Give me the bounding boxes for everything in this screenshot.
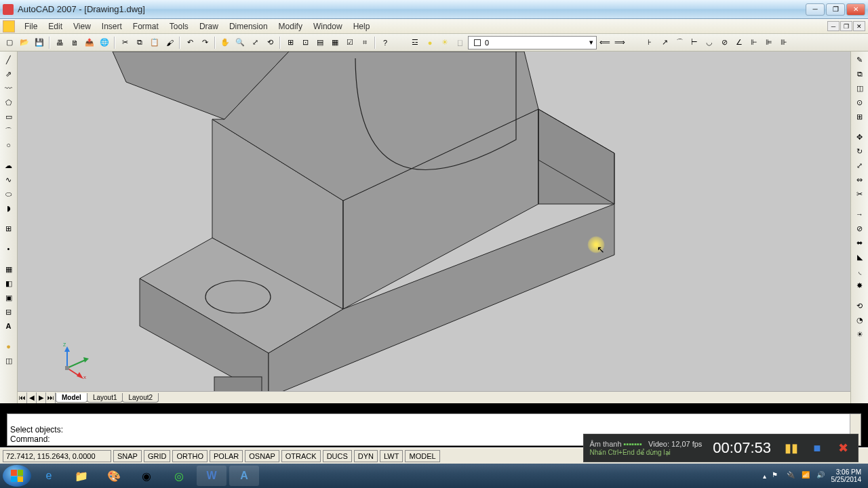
dim-aligned-icon[interactable]: ↗ [658, 36, 671, 49]
stretch-icon[interactable]: ⇔ [853, 173, 867, 186]
line-icon[interactable]: ╱ [2, 53, 16, 66]
taskbar-chrome-icon[interactable]: ◉ [132, 466, 161, 486]
menu-tools[interactable]: Tools [164, 20, 194, 33]
ducs-toggle[interactable]: DUCS [323, 450, 352, 462]
menu-view[interactable]: View [68, 20, 96, 33]
polar-toggle[interactable]: POLAR [210, 450, 243, 462]
copy-icon[interactable]: ⧉ [133, 36, 146, 49]
menu-edit[interactable]: Edit [43, 20, 68, 33]
taskbar-autocad-icon[interactable]: A [229, 466, 259, 486]
polyline-icon[interactable]: 〰 [2, 81, 16, 95]
menu-draw[interactable]: Draw [194, 20, 224, 33]
tray-network-icon[interactable]: 📶 [802, 471, 811, 481]
save-icon[interactable]: 💾 [33, 36, 46, 49]
solids-icon[interactable]: ◫ [2, 354, 16, 367]
array-icon[interactable]: ⊞ [853, 110, 867, 123]
point-icon[interactable]: • [2, 242, 16, 256]
dim-diameter-icon[interactable]: ⊘ [717, 36, 731, 49]
insert-block-icon[interactable]: ⊞ [2, 222, 16, 235]
osnap-toggle[interactable]: OSNAP [245, 450, 279, 462]
mdi-minimize-button[interactable]: ─ [827, 21, 840, 31]
menu-file[interactable]: File [19, 20, 43, 33]
spline-icon[interactable]: ∿ [2, 173, 16, 186]
markup-icon[interactable]: ☑ [343, 36, 357, 49]
app-menu-icon[interactable] [3, 20, 15, 33]
menu-window[interactable]: Window [308, 20, 348, 33]
dim-arc-icon[interactable]: ⌒ [673, 36, 686, 49]
recorder-close-button[interactable]: ✖ [833, 439, 852, 458]
mirror-icon[interactable]: ◫ [853, 81, 867, 95]
redo-icon[interactable]: ↷ [198, 36, 212, 49]
zoom-realtime-icon[interactable]: 🔍 [233, 36, 247, 49]
gradient-icon[interactable]: ◧ [2, 277, 16, 290]
mdi-close-button[interactable]: ✕ [853, 21, 865, 31]
undo-icon[interactable]: ↶ [183, 36, 197, 49]
tab-layout1[interactable]: Layout1 [87, 393, 123, 403]
layer-manager-icon[interactable]: ☲ [408, 36, 422, 49]
mdi-restore-button[interactable]: ❐ [840, 21, 852, 31]
tab-model[interactable]: Model [56, 393, 87, 403]
explode-icon[interactable]: ✸ [853, 279, 867, 292]
dim-ordinate-icon[interactable]: ⊢ [688, 36, 701, 49]
offset-icon[interactable]: ⊙ [853, 96, 867, 109]
region-icon[interactable]: ▣ [2, 291, 16, 304]
menu-help[interactable]: Help [348, 20, 376, 33]
menu-dimension[interactable]: Dimension [224, 20, 273, 33]
taskbar-coccoc-icon[interactable]: ◎ [164, 466, 194, 486]
drawing-canvas[interactable]: z x ↖ ⏮ ◀ ▶ ⏭ Model Layout1 Layout2 [18, 52, 850, 403]
open-icon[interactable]: 📂 [18, 36, 31, 49]
design-center-icon[interactable]: ⊡ [298, 36, 312, 49]
pan-icon[interactable]: ✋ [218, 36, 232, 49]
recorder-stop-button[interactable]: ■ [808, 439, 827, 458]
minimize-button[interactable]: ─ [806, 3, 825, 16]
rectangle-icon[interactable]: ▭ [2, 110, 16, 123]
extend-icon[interactable]: → [853, 207, 867, 221]
dim-baseline-icon[interactable]: ⊫ [762, 36, 776, 49]
move-icon[interactable]: ✥ [853, 130, 867, 144]
rotate-icon[interactable]: ↻ [853, 144, 867, 158]
dyn-toggle[interactable]: DYN [354, 450, 378, 462]
dim-radius-icon[interactable]: ◡ [703, 36, 716, 49]
quickcalc-icon[interactable]: ⌗ [358, 36, 372, 49]
tray-power-icon[interactable]: 🔌 [787, 471, 796, 481]
taskbar-paint-icon[interactable]: 🎨 [99, 466, 129, 486]
paste-icon[interactable]: 📋 [148, 36, 161, 49]
maximize-button[interactable]: ❐ [826, 3, 845, 16]
tool-palettes-icon[interactable]: ▤ [313, 36, 327, 49]
zoom-window-icon[interactable]: ⤢ [248, 36, 262, 49]
tab-prev-icon[interactable]: ◀ [27, 392, 37, 403]
new-icon[interactable]: ▢ [3, 36, 16, 49]
layer-on-icon[interactable]: ● [423, 36, 437, 49]
layer-previous-icon[interactable]: ⟸ [598, 36, 612, 49]
print-icon[interactable]: 🖶 [53, 36, 66, 49]
recorder-pause-button[interactable]: ▮▮ [782, 439, 801, 458]
construction-line-icon[interactable]: ⇗ [2, 67, 16, 81]
hatch-icon[interactable]: ▦ [2, 262, 16, 276]
layer-freeze-icon[interactable]: ☀ [438, 36, 452, 49]
chamfer-icon[interactable]: ◣ [853, 250, 867, 264]
model-toggle[interactable]: MODEL [405, 450, 439, 462]
dim-linear-icon[interactable]: ⊦ [643, 36, 656, 49]
taskbar-ie-icon[interactable]: e [34, 466, 64, 486]
circle-icon[interactable]: ○ [2, 138, 16, 152]
render-icon[interactable]: ☀ [853, 327, 867, 341]
ellipse-arc-icon[interactable]: ◗ [2, 201, 16, 215]
text-icon[interactable]: A [2, 319, 16, 333]
grid-toggle[interactable]: GRID [144, 450, 171, 462]
sheet-set-icon[interactable]: ▦ [328, 36, 342, 49]
surfaces-icon[interactable]: ● [2, 340, 16, 353]
erase-icon[interactable]: ✎ [853, 53, 867, 66]
taskbar-word-icon[interactable]: W [197, 466, 226, 486]
scale-icon[interactable]: ⤢ [853, 159, 867, 172]
start-button[interactable] [3, 465, 31, 487]
copy-object-icon[interactable]: ⧉ [853, 67, 867, 81]
3d-orbit-icon[interactable]: ⟲ [853, 299, 867, 312]
close-button[interactable]: ✕ [846, 3, 865, 16]
join-icon[interactable]: ⬌ [853, 236, 867, 249]
3dprint-icon[interactable]: 🌐 [98, 36, 111, 49]
revision-cloud-icon[interactable]: ☁ [2, 159, 16, 172]
tray-volume-icon[interactable]: 🔊 [816, 471, 826, 481]
tray-show-hidden-icon[interactable]: ▴ [763, 472, 766, 480]
match-properties-icon[interactable]: 🖌 [163, 36, 176, 49]
polygon-icon[interactable]: ⬠ [2, 96, 16, 109]
